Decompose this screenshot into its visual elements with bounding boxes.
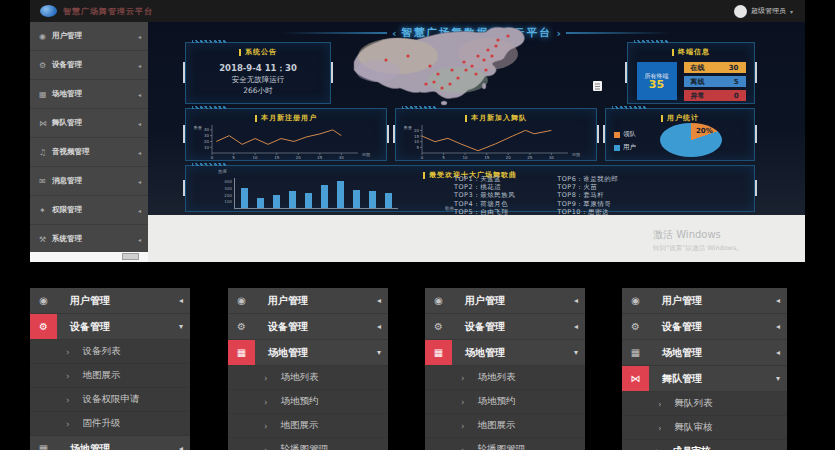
- submenu-item[interactable]: ›地图展示: [30, 364, 190, 388]
- map-region: [458, 38, 518, 70]
- user-icon: ◉: [39, 32, 52, 41]
- menu-item[interactable]: ▦场地管理◂: [622, 340, 787, 366]
- menu-item[interactable]: ◉用户管理◂: [228, 288, 388, 314]
- sidebar-item-3[interactable]: ▦场地管理◂: [30, 80, 148, 109]
- song-ranking-item: TOP6：谁是我的郎: [557, 175, 618, 183]
- menu-item[interactable]: ▦场地管理▾: [228, 340, 388, 366]
- submenu-item[interactable]: ›固件升级: [30, 412, 190, 436]
- menu-item-label: 用户管理: [255, 294, 377, 308]
- sidebar-item-label: 音视频管理: [52, 147, 138, 157]
- submenu-item[interactable]: ›场地列表: [228, 366, 388, 390]
- map-dot: [476, 54, 479, 57]
- bar-chart: 热度 100200300400 歌曲: [220, 177, 432, 209]
- user-menu[interactable]: 超级管理员 ▾: [734, 0, 793, 22]
- chevron-down-icon: ▾: [790, 8, 793, 15]
- sidebar-item-2[interactable]: ⚙设备管理◂: [30, 51, 148, 80]
- panel-decoration: [192, 163, 226, 166]
- terminal-total-value: 35: [649, 79, 664, 91]
- sidebar-item-6[interactable]: ✉消息管理◂: [30, 167, 148, 196]
- axis-tick-label: 400: [220, 179, 232, 184]
- submenu-item[interactable]: ›舞队审核: [622, 416, 787, 440]
- scrollbar-thumb[interactable]: [122, 253, 139, 260]
- song-ranking-item: TOP7：火苗: [557, 183, 618, 191]
- watermark-line: 激活 Windows: [653, 228, 743, 242]
- chevron-down-icon: ▾: [179, 322, 190, 331]
- sidebar-item-8[interactable]: ⚒系统管理◂: [30, 225, 148, 254]
- user-icon: ◉: [228, 288, 255, 313]
- menu-item-label: 场地管理: [452, 346, 574, 360]
- sidebar-item-7[interactable]: ✦权限管理◂: [30, 196, 148, 225]
- terminal-total-box: 所有终端 35: [637, 62, 677, 100]
- map-dot: [474, 72, 477, 75]
- menu-item[interactable]: ◉用户管理◂: [425, 288, 585, 314]
- bar: [369, 191, 376, 208]
- submenu-item[interactable]: ›场地列表: [425, 366, 585, 390]
- submenu-item-label: 固件升级: [83, 417, 121, 430]
- arrow-right-icon: ›: [461, 445, 465, 450]
- submenu-item-label: 场地列表: [281, 371, 319, 384]
- submenu-item[interactable]: ›场地预约: [228, 390, 388, 414]
- app-window: 智慧广场舞管理云平台 超级管理员 ▾ ◉用户管理◂⚙设备管理◂▦场地管理◂⋈舞队…: [30, 0, 805, 262]
- submenu-item[interactable]: ›场地预约: [425, 390, 585, 414]
- axis-tick-label: 100: [220, 199, 232, 204]
- map-dot: [448, 82, 451, 85]
- axis-label: 30: [549, 155, 555, 160]
- chevron-left-icon: ◂: [138, 33, 141, 40]
- system-icon: ⚒: [39, 235, 52, 244]
- chevron-left-icon: ◂: [179, 296, 190, 305]
- map-dot: [384, 58, 387, 61]
- menu-item[interactable]: ⚙设备管理◂: [425, 314, 585, 340]
- sidebar-item-1[interactable]: ◉用户管理◂: [30, 22, 148, 51]
- arrow-right-icon: ›: [658, 399, 662, 409]
- axis-label: 5: [442, 155, 445, 160]
- sidebar-item-4[interactable]: ⋈舞队管理◂: [30, 109, 148, 138]
- permission-icon: ✦: [39, 206, 52, 215]
- map-dot: [486, 48, 489, 51]
- menu-item[interactable]: ⚙设备管理◂: [228, 314, 388, 340]
- submenu-item[interactable]: ›地图展示: [425, 414, 585, 438]
- chevron-left-icon: ◂: [138, 236, 141, 243]
- menu-item[interactable]: ▦场地管理◂: [30, 436, 190, 450]
- chevron-left-icon: ◂: [179, 444, 190, 450]
- map-control-icon[interactable]: [593, 81, 602, 91]
- arrow-right-icon: ›: [461, 397, 465, 407]
- gears-icon: ⚙: [425, 314, 452, 339]
- panel-decoration: [192, 40, 226, 43]
- chevron-left-icon: ◂: [138, 62, 141, 69]
- song-rankings: TOP1：天蓝蓝TOP2：桃花运TOP3：最炫民族风TOP4：荷塘月色TOP5：…: [454, 175, 618, 215]
- team-icon: ⋈: [39, 119, 52, 128]
- gears-icon: ⚙: [622, 314, 649, 339]
- submenu-item[interactable]: ›成员审核: [622, 440, 787, 450]
- axis-label: 10: [414, 139, 420, 144]
- submenu-item[interactable]: ›轮播图管理: [425, 438, 585, 450]
- chevron-left-icon: ◂: [377, 296, 388, 305]
- arrow-right-icon: ›: [66, 395, 70, 405]
- submenu-item[interactable]: ›地图展示: [228, 414, 388, 438]
- submenu-item[interactable]: ›设备权限申请: [30, 388, 190, 412]
- panel-title: 终端信息: [628, 47, 754, 57]
- menu-item[interactable]: ⋈舞队管理▾: [622, 366, 787, 392]
- menu-item[interactable]: ◉用户管理◂: [30, 288, 190, 314]
- map-taiwan: [482, 83, 486, 89]
- menu-item[interactable]: ◉用户管理◂: [622, 288, 787, 314]
- horizontal-scrollbar[interactable]: [30, 252, 148, 262]
- menu-item[interactable]: ⚙设备管理◂: [622, 314, 787, 340]
- submenu-item-label: 舞队审核: [675, 421, 713, 434]
- submenu-item[interactable]: ›轮播图管理: [228, 438, 388, 450]
- chevron-left-icon: ◂: [776, 322, 787, 331]
- submenu-item[interactable]: ›设备列表: [30, 340, 190, 364]
- app-header: 智慧广场舞管理云平台 超级管理员 ▾: [30, 0, 805, 22]
- arrow-right-icon: ›: [264, 421, 268, 431]
- song-ranking-item: TOP1：天蓝蓝: [454, 175, 515, 183]
- sidebar-item-5[interactable]: ♫音视频管理◂: [30, 138, 148, 167]
- menu-item[interactable]: ▦场地管理▾: [425, 340, 585, 366]
- map-dot: [432, 80, 435, 83]
- pie-legend: 领队用户: [614, 130, 636, 152]
- terminal-status-rows: 在线30离线5异常0: [684, 62, 746, 101]
- sidebar-item-label: 场地管理: [52, 89, 138, 99]
- chevron-left-icon: ◂: [138, 178, 141, 185]
- menu-item[interactable]: ⚙设备管理▾: [30, 314, 190, 340]
- submenu-item[interactable]: ›舞队列表: [622, 392, 787, 416]
- map-dot: [406, 54, 409, 57]
- axis-label: 10: [253, 155, 259, 160]
